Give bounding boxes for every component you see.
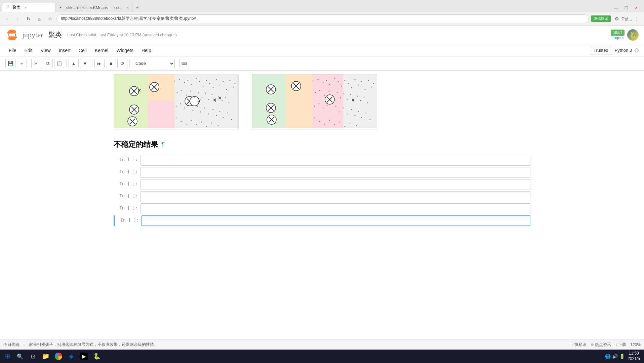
nav-right: 继续阅读 ⚙ Pol... ⋮: [591, 14, 641, 23]
svg-point-37: [209, 83, 210, 84]
cell-2-input[interactable]: [140, 167, 530, 178]
cell-2[interactable]: In [ ]:: [114, 167, 530, 178]
taskbar-time: 11:50: [628, 351, 640, 356]
svg-point-115: [348, 83, 349, 84]
plots-row: ✗ ✗: [114, 74, 530, 133]
tab-close[interactable]: ×: [25, 6, 27, 10]
svg-point-33: [196, 78, 197, 79]
bookmark-button[interactable]: ☆: [46, 14, 54, 23]
cell-1-input[interactable]: [140, 155, 530, 166]
logout-button[interactable]: Logout: [611, 36, 624, 40]
taskbar-file-explorer[interactable]: 📁: [40, 350, 52, 362]
start-button[interactable]: Start: [611, 30, 625, 36]
tab-inactive[interactable]: ● sklearn.cluster.KMeans — sci... ×: [56, 3, 132, 12]
profile-icon[interactable]: Pol...: [622, 14, 631, 23]
forward-button[interactable]: ›: [13, 14, 22, 23]
svg-point-69: [208, 114, 209, 115]
menu-file[interactable]: File: [5, 46, 20, 54]
cell-5[interactable]: In [ ]:: [114, 203, 530, 214]
svg-text:×: ×: [352, 97, 355, 103]
trusted-button[interactable]: Trusted: [590, 46, 612, 54]
battery-icon[interactable]: 🔋: [619, 354, 625, 359]
restart-button[interactable]: ↺: [117, 59, 127, 68]
quick-read[interactable]: ↑ 快精读: [571, 342, 586, 348]
download-btn[interactable]: ↓ 下载: [615, 342, 626, 348]
extensions-icon[interactable]: ⚙: [612, 14, 621, 23]
taskbar-search[interactable]: 🔍: [14, 350, 26, 362]
window-maximize[interactable]: □: [622, 3, 631, 12]
menu-kernel[interactable]: Kernel: [91, 46, 112, 54]
zoom-level[interactable]: 120%: [630, 342, 641, 347]
notebook-title[interactable]: 聚类: [48, 30, 62, 39]
taskbar-task-view[interactable]: ⊡: [27, 350, 39, 362]
tab-active[interactable]: 📄 聚类 ×: [2, 3, 56, 12]
volume-icon[interactable]: 🔊: [612, 354, 618, 359]
window-close[interactable]: ×: [632, 3, 641, 12]
add-cell-button[interactable]: +: [17, 59, 27, 68]
menu-view[interactable]: View: [37, 46, 54, 54]
cell-6-input[interactable]: [142, 215, 530, 226]
reload-button[interactable]: ↻: [24, 14, 33, 23]
svg-point-111: [334, 78, 335, 79]
taskbar-start[interactable]: ⊞: [1, 350, 13, 362]
stop-button[interactable]: ■: [106, 59, 116, 68]
svg-point-143: [339, 112, 340, 113]
cut-button[interactable]: ✂: [31, 59, 41, 68]
menu-edit[interactable]: Edit: [21, 46, 36, 54]
menu-dots[interactable]: ⋮: [633, 14, 641, 23]
run-next-button[interactable]: ⏭: [94, 59, 105, 68]
home-button[interactable]: ⌂: [35, 14, 44, 23]
hot-points[interactable]: ⊕ 热点资讯: [591, 342, 611, 348]
taskbar-terminal[interactable]: ▶: [78, 350, 90, 362]
move-up-button[interactable]: ▲: [69, 59, 79, 68]
copy-button[interactable]: ⧉: [43, 59, 53, 68]
cell-4[interactable]: In [ ]:: [114, 191, 530, 202]
cell-6-active[interactable]: In [ ]:: [114, 215, 530, 226]
cell-type-select[interactable]: Code Markdown Raw NBConvert: [132, 59, 175, 68]
tab-add-button[interactable]: +: [132, 3, 142, 12]
paste-button[interactable]: 📋: [54, 59, 64, 68]
cell-4-input[interactable]: [140, 191, 530, 202]
menu-help[interactable]: Help: [138, 46, 155, 54]
svg-point-68: [204, 108, 205, 109]
menu-insert[interactable]: Insert: [55, 46, 74, 54]
jupyter-logo-text: jupyter: [22, 31, 43, 39]
svg-point-62: [180, 104, 181, 105]
notebook-content[interactable]: ✗ ✗: [0, 71, 644, 353]
address-bar[interactable]: [56, 14, 589, 23]
svg-point-150: [366, 113, 367, 114]
network-icon[interactable]: 🌐: [605, 354, 611, 359]
move-down-button[interactable]: ▼: [80, 59, 90, 68]
window-minimize[interactable]: —: [612, 3, 620, 12]
svg-point-80: [196, 124, 197, 125]
svg-point-54: [208, 99, 209, 100]
svg-point-81: [201, 122, 202, 123]
svg-point-119: [361, 81, 362, 82]
svg-point-78: [186, 124, 187, 125]
cell-3-input[interactable]: [140, 179, 530, 190]
svg-point-39: [216, 79, 217, 80]
menu-widgets[interactable]: Widgets: [113, 46, 137, 54]
svg-point-141: [327, 105, 328, 106]
svg-point-58: [222, 100, 223, 101]
tab2-close[interactable]: ×: [126, 6, 128, 10]
vscode-icon: ◈: [69, 353, 74, 360]
plot-right: ×: [252, 74, 377, 129]
svg-point-74: [227, 113, 228, 114]
svg-rect-90: [343, 74, 377, 128]
svg-point-35: [203, 86, 204, 87]
pilcrow-icon[interactable]: ¶: [161, 141, 165, 148]
cell-5-input[interactable]: [140, 203, 530, 214]
svg-point-31: [188, 80, 189, 81]
back-button[interactable]: ‹: [3, 14, 11, 23]
taskbar-chrome[interactable]: [52, 350, 65, 362]
cell-1[interactable]: In [ ]:: [114, 155, 530, 166]
svg-point-66: [197, 106, 198, 107]
taskbar-vscode[interactable]: ◈: [65, 350, 77, 362]
taskbar-jupyter[interactable]: 🐍: [91, 350, 103, 362]
svg-point-3: [7, 32, 9, 33]
keyboard-button[interactable]: ⌨: [179, 59, 189, 68]
cell-3[interactable]: In [ ]:: [114, 179, 530, 190]
save-button[interactable]: 💾: [5, 59, 15, 68]
menu-cell[interactable]: Cell: [75, 46, 90, 54]
